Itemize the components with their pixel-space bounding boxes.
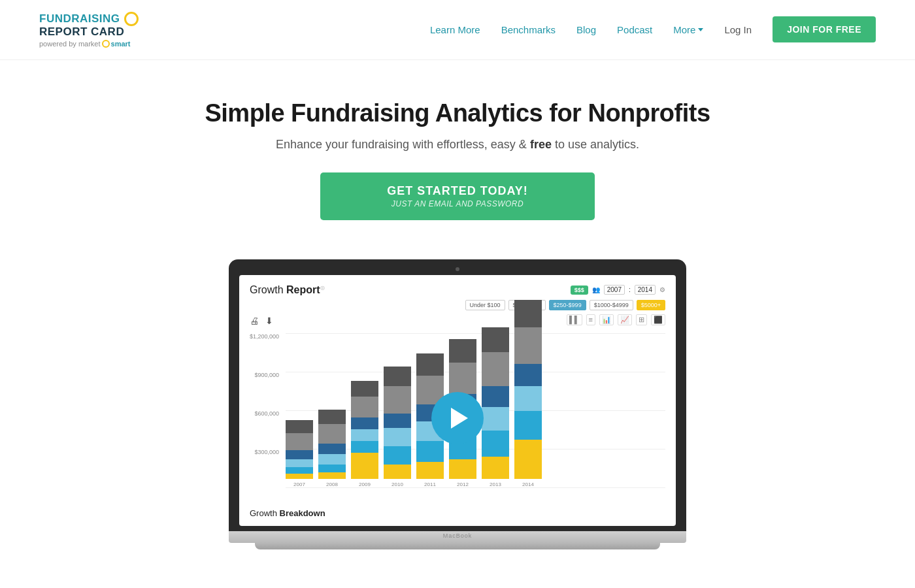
play-button[interactable] <box>431 392 484 444</box>
seg-lblue-2013 <box>482 407 509 431</box>
seg-dgray-2008 <box>318 410 346 424</box>
seg-gray-2014 <box>514 327 542 364</box>
seg-dgray-2007 <box>286 420 313 433</box>
seg-dblue-2007 <box>286 450 313 459</box>
bar-label-2014: 2014 <box>522 482 534 487</box>
ctrl-settings-icon[interactable]: ⚙ <box>659 286 665 293</box>
seg-lblue-2008 <box>318 454 346 465</box>
filter-5000plus[interactable]: $5000+ <box>637 300 665 310</box>
logo-report-card-text: REPORT CARD <box>39 26 139 39</box>
bar-label-2013: 2013 <box>490 482 501 487</box>
logo-fundraising-text: FUNDRAISING <box>39 13 120 25</box>
seg-gray-2013 <box>482 352 509 386</box>
y-axis: $1,200,000 $900,000 $600,000 $300,000 <box>250 333 283 487</box>
seg-gray-2008 <box>318 424 346 444</box>
filter-250-999[interactable]: $250-$999 <box>549 300 586 310</box>
seg-gray-2007 <box>286 433 313 450</box>
cta-main-text: GET STARTED TODAY! <box>373 184 542 198</box>
nav-podcast[interactable]: Podcast <box>617 24 652 35</box>
seg-blue-2007 <box>286 467 313 474</box>
h-line-5 <box>286 487 665 488</box>
page-wrapper: FUNDRAISING REPORT CARD powered by marke… <box>0 0 915 588</box>
chart-title-sup: ◎ <box>320 284 325 290</box>
column-icon[interactable]: ⬛ <box>651 314 665 325</box>
nav-benchmarks[interactable]: Benchmarks <box>501 24 556 35</box>
bar-stack-2013 <box>482 327 509 479</box>
bar-2009: 2009 <box>351 381 378 487</box>
bar-stack-2010 <box>384 367 411 479</box>
ctrl-year-to[interactable]: 2014 <box>635 285 656 295</box>
nav-learn-more[interactable]: Learn More <box>430 24 480 35</box>
ctrl-group-icon[interactable]: 👥 <box>592 286 600 293</box>
cta-sub-text: JUST AN EMAIL AND PASSWORD <box>373 199 542 208</box>
marketsmart-circle-icon <box>102 40 110 48</box>
chart-area: $1,200,000 $900,000 $600,000 $300,000 <box>250 333 665 503</box>
bar-label-2012: 2012 <box>457 482 469 487</box>
y-label-300k: $300,000 <box>255 449 280 455</box>
laptop-camera <box>456 267 459 271</box>
download-icon[interactable]: ⬇ <box>265 316 273 326</box>
header: FUNDRAISING REPORT CARD powered by marke… <box>0 0 915 60</box>
seg-dgray-2014 <box>514 300 542 327</box>
nav-login[interactable]: Log In <box>724 24 752 35</box>
chart-title: Growth Report◎ <box>250 284 325 296</box>
print-icons: 🖨 ⬇ <box>250 316 273 326</box>
seg-gray-2009 <box>351 397 378 417</box>
ctrl-dash: : <box>629 286 631 293</box>
hero-section: Simple Fundraising Analytics for Nonprof… <box>0 60 915 233</box>
laptop-foot <box>255 543 660 549</box>
bar-chart-icon[interactable]: ▌▌ <box>567 314 582 325</box>
bar-2007: 2007 <box>286 420 313 487</box>
bar-2013: 2013 <box>482 327 509 487</box>
nav-blog[interactable]: Blog <box>576 24 596 35</box>
join-for-free-button[interactable]: JOIN FOR FREE <box>773 16 876 42</box>
laptop-container: Growth Report◎ $$$ 👥 2007 : 2014 ⚙ <box>0 259 915 549</box>
bar-stack-2007 <box>286 420 313 479</box>
seg-dgray-2012 <box>449 339 476 363</box>
logo: FUNDRAISING REPORT CARD powered by marke… <box>39 12 139 48</box>
seg-dgray-2013 <box>482 327 509 352</box>
chart-header: Growth Report◎ $$$ 👥 2007 : 2014 ⚙ <box>250 284 665 296</box>
seg-dgray-2009 <box>351 381 378 397</box>
powered-by-text: powered by market <box>39 40 101 48</box>
laptop-base <box>229 531 686 543</box>
filter-under100[interactable]: Under $100 <box>465 300 505 310</box>
smart-text: smart <box>111 40 131 48</box>
seg-blue-2011 <box>416 441 444 462</box>
bar-chart2-icon[interactable]: 📊 <box>599 314 614 325</box>
seg-lblue-2007 <box>286 459 313 467</box>
list-icon[interactable]: ≡ <box>586 314 595 325</box>
bar-label-2009: 2009 <box>359 482 371 487</box>
ctrl-year-from[interactable]: 2007 <box>604 285 625 295</box>
seg-yellow-2007 <box>286 474 313 479</box>
seg-yellow-2009 <box>351 453 378 479</box>
logo-top: FUNDRAISING <box>39 12 139 26</box>
seg-blue-2010 <box>384 446 411 465</box>
bar-2010: 2010 <box>384 367 411 487</box>
laptop: Growth Report◎ $$$ 👥 2007 : 2014 ⚙ <box>229 259 686 549</box>
y-label-600k: $600,000 <box>255 410 280 417</box>
filter-1000-4999[interactable]: $1000-$4999 <box>590 300 633 310</box>
bar-2008: 2008 <box>318 410 346 487</box>
logo-circle-icon <box>124 12 139 26</box>
chart-controls: $$$ 👥 2007 : 2014 ⚙ <box>571 285 665 295</box>
seg-gray-2010 <box>384 386 411 414</box>
bar-label-2010: 2010 <box>391 482 403 487</box>
line-chart-icon[interactable]: 📈 <box>618 314 632 325</box>
get-started-button[interactable]: GET STARTED TODAY! JUST AN EMAIL AND PAS… <box>320 172 595 220</box>
hero-subtitle: Enhance your fundraising with effortless… <box>26 138 889 152</box>
seg-blue-2009 <box>351 441 378 453</box>
ctrl-dollar-icon[interactable]: $$$ <box>571 286 588 295</box>
y-label-900k: $900,000 <box>255 372 280 378</box>
seg-dblue-2008 <box>318 444 346 454</box>
nav-more-dropdown[interactable]: More <box>673 24 703 35</box>
print-icon[interactable]: 🖨 <box>250 316 259 326</box>
seg-gray-2012 <box>449 363 476 394</box>
table-icon[interactable]: ⊞ <box>636 314 647 325</box>
filter-row: Under $100 $100-$249 $250-$999 $1000-$49… <box>250 300 665 310</box>
seg-yellow-2010 <box>384 465 411 479</box>
seg-yellow-2013 <box>482 457 509 479</box>
seg-dblue-2010 <box>384 414 411 428</box>
seg-dblue-2009 <box>351 417 378 429</box>
laptop-screen: Growth Report◎ $$$ 👥 2007 : 2014 ⚙ <box>239 275 676 526</box>
